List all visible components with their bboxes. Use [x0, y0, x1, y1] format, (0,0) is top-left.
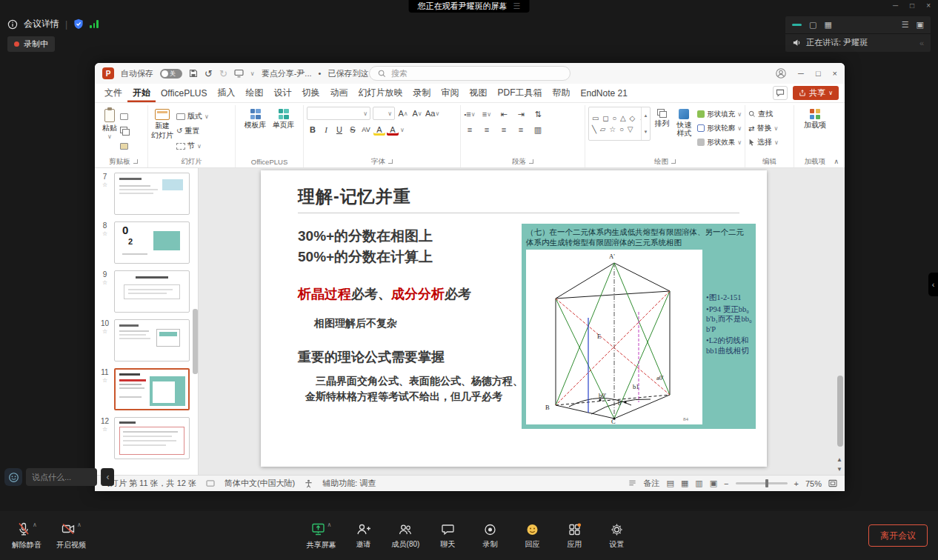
record-button[interactable]: 录制	[474, 522, 507, 550]
font-color-button[interactable]: A	[387, 124, 399, 136]
align-left-button[interactable]: ≡	[464, 124, 476, 136]
thumbnail-slide-9[interactable]: 9☆	[95, 270, 198, 313]
minimize-view-icon[interactable]	[792, 24, 802, 26]
italic-button[interactable]: I	[320, 124, 332, 136]
cut-button[interactable]	[120, 110, 130, 122]
share-button[interactable]: 共享 ∨	[793, 86, 839, 100]
template-library-button[interactable]: 模板库	[245, 107, 267, 156]
thumbnail-preview[interactable]	[114, 270, 190, 313]
shapes-gallery[interactable]: ▭ ◻ ○ △ ◇ → ╲ ▱ ☆ ○ ▽ ▲▼	[588, 107, 651, 141]
settings-button[interactable]: 设置	[601, 522, 633, 550]
zoom-slider[interactable]	[736, 482, 788, 484]
font-size-combo[interactable]: ∨	[373, 107, 395, 120]
ppt-minimize-icon[interactable]: ─	[798, 69, 804, 78]
tab-view[interactable]: 视图	[464, 84, 492, 102]
start-video-button[interactable]: ∧ 开启视频	[55, 521, 87, 550]
thumbnail-preview[interactable]	[114, 417, 190, 459]
new-slide-button[interactable]: 新建 幻灯片	[151, 107, 173, 156]
redo-icon[interactable]: ↻	[219, 69, 227, 79]
security-shield-icon[interactable]	[73, 19, 84, 30]
shrink-font-button[interactable]: A∨	[411, 107, 423, 119]
slide-point-1[interactable]: 30%+的分数在相图上	[298, 227, 433, 246]
slide-title[interactable]: 理解-记忆并重	[298, 185, 411, 208]
numbering-button[interactable]: ≡∨	[481, 108, 493, 120]
increase-indent-button[interactable]: ⇥	[515, 108, 527, 120]
leave-meeting-button[interactable]: 离开会议	[868, 524, 928, 547]
font-name-combo[interactable]: ∨	[307, 107, 370, 120]
reset-button[interactable]: ↺重置	[176, 125, 209, 137]
thumbnail-slide-11-selected[interactable]: 11☆	[95, 368, 198, 410]
thumbnail-slide-7[interactable]: 7☆	[95, 173, 198, 215]
thumbnail-scrollbar[interactable]	[193, 309, 198, 374]
change-case-button[interactable]: Aa∨	[425, 107, 439, 119]
tab-help[interactable]: 帮助	[547, 84, 575, 102]
shape-fill-button[interactable]: 形状填充∨	[697, 108, 742, 120]
bold-button[interactable]: B	[307, 124, 319, 136]
thumbnail-slide-12[interactable]: 12☆	[95, 417, 198, 459]
tab-record[interactable]: 录制	[408, 84, 436, 102]
thumbnail-preview[interactable]	[114, 368, 190, 410]
tab-pdftools[interactable]: PDF工具箱	[492, 84, 547, 102]
layout-button[interactable]: 版式∨	[176, 110, 209, 122]
align-center-button[interactable]: ≡	[481, 124, 493, 136]
collapse-chat-button[interactable]: ‹	[101, 468, 114, 486]
phase-diagram-panel[interactable]: （七）在一个二元体系内生成低共熔型有限固溶体、另一个二元体系内生成转熔型有限固溶…	[522, 224, 756, 429]
gallery-view-icon[interactable]: ▦	[824, 20, 831, 30]
zoom-slider-thumb[interactable]	[765, 479, 768, 487]
ppt-close-icon[interactable]: ×	[833, 69, 837, 78]
tab-officeplus[interactable]: OfficePLUS	[156, 84, 212, 102]
minimize-icon[interactable]: ─	[893, 1, 898, 10]
thumbnail-preview[interactable]: 0 2	[114, 221, 190, 264]
apps-button[interactable]: 应用	[559, 522, 591, 550]
canvas-scrollbar[interactable]	[837, 376, 843, 447]
tab-endnote[interactable]: EndNote 21	[575, 84, 632, 102]
thumbnail-slide-8[interactable]: 8☆ 0 2	[95, 221, 198, 264]
decrease-indent-button[interactable]: ⇤	[498, 108, 510, 120]
slide-emphasis-line[interactable]: 析晶过程必考、成分分析必考	[298, 285, 471, 303]
zoom-level[interactable]: 75%	[805, 479, 822, 488]
expand-sidebar-tab[interactable]: ‹	[928, 273, 938, 296]
zoom-in-button[interactable]: +	[794, 479, 799, 488]
tab-slideshow[interactable]: 幻灯片放映	[353, 84, 408, 102]
slide-heading-2[interactable]: 重要的理论公式需要掌握	[298, 348, 445, 366]
shapes-gallery-scroll[interactable]: ▲▼	[641, 107, 650, 140]
meeting-details-label[interactable]: 会议详情	[24, 18, 59, 30]
shape-effects-button[interactable]: 形状效果∨	[697, 136, 742, 148]
thumbnail-slide-10[interactable]: 10☆	[95, 319, 198, 361]
justify-button[interactable]: ≡	[515, 124, 527, 136]
tab-animations[interactable]: 动画	[325, 84, 353, 102]
share-options-chevron-icon[interactable]: ∧	[327, 521, 332, 528]
paste-button[interactable]: 粘贴 ∨	[102, 107, 117, 156]
columns-button[interactable]: ▥	[532, 124, 544, 136]
tab-draw[interactable]: 绘图	[240, 84, 268, 102]
window-view-icon[interactable]: ▢	[809, 20, 816, 30]
copy-button[interactable]	[120, 125, 130, 137]
comments-button[interactable]	[773, 86, 788, 100]
addins-button[interactable]: 加载项	[804, 107, 826, 156]
share-screen-button[interactable]: ∧ 共享屏幕	[305, 521, 338, 550]
tab-review[interactable]: 审阅	[436, 84, 464, 102]
tab-design[interactable]: 设计	[268, 84, 296, 102]
ppt-maximize-icon[interactable]: □	[816, 69, 821, 78]
fullscreen-icon[interactable]: ▣	[917, 20, 924, 30]
dialog-launcher-icon[interactable]	[529, 159, 533, 164]
strikethrough-button[interactable]: S	[347, 124, 359, 136]
chat-input[interactable]	[26, 468, 97, 486]
unmute-button[interactable]: ∧ 解除静音	[10, 521, 43, 550]
panel-menu-icon[interactable]: ☰	[902, 20, 909, 30]
highlight-color-button[interactable]: A	[373, 124, 385, 136]
select-button[interactable]: 选择 ∨	[748, 136, 791, 148]
quickaccess-chevron-icon[interactable]: ∨	[250, 70, 255, 77]
dialog-launcher-icon[interactable]	[388, 159, 393, 164]
bullets-button[interactable]: •≡∨	[464, 108, 476, 120]
fit-to-window-icon[interactable]	[828, 479, 837, 487]
mic-options-chevron-icon[interactable]: ∧	[33, 521, 37, 528]
tab-insert[interactable]: 插入	[212, 84, 240, 102]
collapse-panel-icon[interactable]: «	[919, 39, 924, 47]
ppt-search-box[interactable]: 搜索	[369, 66, 571, 81]
quick-styles-button[interactable]: 快速样式	[674, 107, 695, 156]
zoom-out-button[interactable]: −	[724, 479, 728, 488]
grow-font-button[interactable]: A∧	[397, 107, 409, 119]
members-button[interactable]: 成员(80)	[390, 522, 422, 550]
page-library-button[interactable]: 单页库	[273, 107, 295, 156]
